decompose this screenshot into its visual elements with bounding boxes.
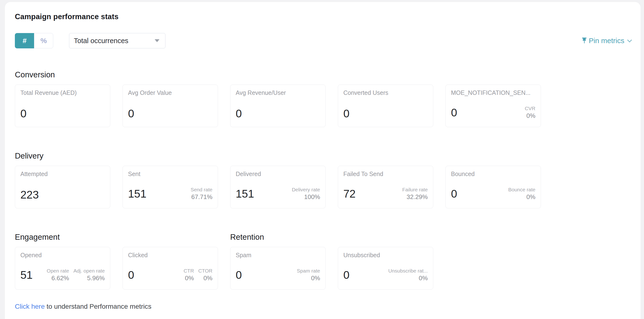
retention-cards-row: Spam0Spam rate0%Unsubscribed0Unsubscribe… bbox=[230, 247, 433, 290]
rate-label: Bounce rate bbox=[508, 187, 536, 193]
metric-body: 0CVR0% bbox=[451, 105, 536, 120]
percent-toggle-button[interactable]: % bbox=[34, 33, 53, 48]
engagement-cards-row: Opened51Open rate6.62%Adj. open rate5.96… bbox=[15, 247, 218, 290]
click-here-link[interactable]: Click here bbox=[15, 303, 44, 310]
metric-type-dropdown[interactable]: Total occurrences bbox=[69, 33, 166, 48]
caret-down-icon bbox=[155, 39, 160, 42]
metric-label: Converted Users bbox=[343, 89, 428, 96]
rate-value: 6.62% bbox=[47, 274, 69, 282]
metric-value: 151 bbox=[128, 188, 146, 200]
metric-label: Failed To Send bbox=[343, 170, 428, 177]
rate-value: 0% bbox=[297, 274, 320, 282]
section-retention: Retention Spam0Spam rate0%Unsubscribed0U… bbox=[230, 232, 433, 290]
metric-label: Avg Revenue/User bbox=[236, 89, 320, 96]
metric-label: Unsubscribed bbox=[343, 252, 428, 259]
rate-failure-rate: Failure rate32.29% bbox=[402, 187, 428, 201]
metric-rates: Bounce rate0% bbox=[508, 187, 536, 201]
metric-card-bounced: Bounced0Bounce rate0% bbox=[446, 166, 541, 208]
metric-value: 0 bbox=[128, 107, 134, 120]
metric-card-sent: Sent151Send rate67.71% bbox=[122, 166, 218, 208]
metric-card-opened: Opened51Open rate6.62%Adj. open rate5.96… bbox=[15, 247, 110, 290]
metric-body: 51Open rate6.62%Adj. open rate5.96% bbox=[20, 268, 105, 282]
metric-label: Opened bbox=[20, 252, 105, 259]
metric-label: Delivered bbox=[236, 170, 320, 177]
metric-card-avg-revenue-user: Avg Revenue/User0 bbox=[230, 84, 326, 127]
section-title-conversion: Conversion bbox=[15, 70, 630, 79]
metric-rates: CTR0%CTOR0% bbox=[184, 268, 212, 282]
pin-metrics-button[interactable]: Pin metrics bbox=[581, 37, 630, 45]
metric-value: 0 bbox=[451, 188, 457, 200]
rate-adj-open-rate: Adj. open rate5.96% bbox=[73, 268, 105, 282]
value-format-toggle: # % bbox=[15, 33, 53, 48]
rate-label: Unsubscribe rat... bbox=[388, 268, 428, 274]
rate-label: Failure rate bbox=[402, 187, 428, 193]
metric-card-spam: Spam0Spam rate0% bbox=[230, 247, 326, 290]
rate-label: CTR bbox=[184, 268, 194, 274]
metric-card-total-revenue-aed: Total Revenue (AED)0 bbox=[15, 84, 110, 127]
rate-label: CTOR bbox=[198, 268, 212, 274]
rate-label: Adj. open rate bbox=[73, 268, 105, 274]
section-title-retention: Retention bbox=[230, 232, 433, 242]
metric-value: 0 bbox=[236, 107, 242, 120]
metric-label: MOE_NOTIFICATION_SEN... bbox=[451, 89, 536, 96]
metric-body: 151Delivery rate100% bbox=[236, 187, 320, 201]
rate-spam-rate: Spam rate0% bbox=[297, 268, 320, 282]
panel-content: Campaign performance stats # % Total occ… bbox=[5, 2, 641, 310]
metric-body: 0 bbox=[236, 107, 320, 120]
metric-body: 72Failure rate32.29% bbox=[343, 187, 428, 201]
metric-value: 0 bbox=[343, 107, 350, 120]
metric-card-avg-order-value: Avg Order Value0 bbox=[122, 84, 218, 127]
rate-value: 0% bbox=[508, 193, 536, 201]
chevron-down-icon bbox=[627, 38, 632, 42]
metric-rates: CVR0% bbox=[525, 105, 536, 120]
metric-card-failed-to-send: Failed To Send72Failure rate32.29% bbox=[338, 166, 433, 208]
rate-unsubscribe-rat: Unsubscribe rat...0% bbox=[388, 268, 428, 282]
metric-label: Attempted bbox=[20, 170, 105, 177]
metric-rates: Delivery rate100% bbox=[292, 187, 320, 201]
rate-value: 5.96% bbox=[73, 274, 105, 282]
page-title: Campaign performance stats bbox=[15, 12, 630, 21]
metric-rates: Failure rate32.29% bbox=[402, 187, 428, 201]
rate-open-rate: Open rate6.62% bbox=[47, 268, 69, 282]
metric-card-attempted: Attempted223 bbox=[15, 166, 110, 208]
metric-value: 151 bbox=[236, 188, 254, 200]
rate-label: Open rate bbox=[47, 268, 69, 274]
rate-label: Send rate bbox=[190, 187, 212, 193]
metric-body: 151Send rate67.71% bbox=[128, 187, 212, 201]
rate-label: Spam rate bbox=[297, 268, 320, 274]
conversion-cards-row: Total Revenue (AED)0Avg Order Value0Avg … bbox=[15, 84, 630, 127]
section-title-engagement: Engagement bbox=[15, 232, 218, 242]
metric-label: Avg Order Value bbox=[128, 89, 212, 96]
metric-label: Clicked bbox=[128, 252, 212, 259]
metric-value: 0 bbox=[128, 269, 134, 281]
metric-label: Total Revenue (AED) bbox=[20, 89, 105, 96]
metric-label: Sent bbox=[128, 170, 212, 177]
pushpin-icon bbox=[581, 37, 588, 44]
metric-card-moe-notification-sen: MOE_NOTIFICATION_SEN...0CVR0% bbox=[446, 84, 541, 127]
section-engagement: Engagement Opened51Open rate6.62%Adj. op… bbox=[15, 232, 218, 290]
metric-body: 0Unsubscribe rat...0% bbox=[343, 268, 428, 282]
footer-note-text: to understand Performance metrics bbox=[44, 303, 151, 310]
delivery-cards-row: Attempted223Sent151Send rate67.71%Delive… bbox=[15, 166, 630, 208]
performance-metrics-note: Click here to understand Performance met… bbox=[15, 303, 630, 310]
metric-card-clicked: Clicked0CTR0%CTOR0% bbox=[122, 247, 218, 290]
rate-value: 67.71% bbox=[190, 193, 212, 201]
metric-body: 0Bounce rate0% bbox=[451, 187, 536, 201]
pin-metrics-label: Pin metrics bbox=[589, 37, 624, 45]
count-toggle-button[interactable]: # bbox=[15, 33, 34, 48]
metric-value: 0 bbox=[451, 106, 457, 119]
section-conversion: Conversion Total Revenue (AED)0Avg Order… bbox=[15, 70, 630, 127]
metric-value: 0 bbox=[20, 107, 26, 120]
rate-ctr: CTR0% bbox=[184, 268, 194, 282]
metric-rates: Open rate6.62%Adj. open rate5.96% bbox=[47, 268, 105, 282]
metric-label: Bounced bbox=[451, 170, 536, 177]
metric-body: 0 bbox=[20, 107, 105, 120]
campaign-stats-panel: Campaign performance stats # % Total occ… bbox=[5, 2, 641, 319]
rate-cvr: CVR0% bbox=[525, 105, 536, 120]
metric-body: 0CTR0%CTOR0% bbox=[128, 268, 212, 282]
section-title-delivery: Delivery bbox=[15, 151, 630, 161]
metric-label: Spam bbox=[236, 252, 320, 259]
rate-value: 0% bbox=[198, 274, 212, 282]
metric-card-converted-users: Converted Users0 bbox=[338, 84, 433, 127]
metric-value: 51 bbox=[20, 269, 32, 281]
